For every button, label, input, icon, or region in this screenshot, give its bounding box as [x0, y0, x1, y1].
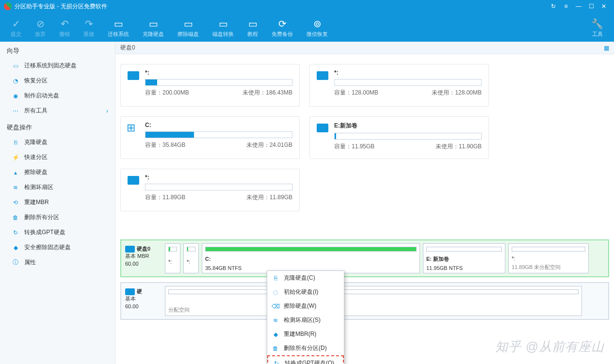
context-label: 擦除硬盘(W) [284, 302, 316, 310]
migrate-button[interactable]: ▭迁移系统 [101, 13, 136, 42]
diskop-item-8[interactable]: ⓘ属性 [0, 255, 115, 270]
disk-icon [125, 246, 135, 253]
partition-card-1[interactable]: *:容量：128.00MB未使用：128.00MB [309, 64, 489, 107]
badsector-icon: ≋ [12, 184, 19, 191]
recover-icon: ◔ [12, 77, 19, 85]
view-toggle-icon[interactable]: ▦ [604, 45, 609, 51]
segment-detail: 11.95GB NTFS [426, 265, 502, 271]
context-menu: ⎘克隆硬盘(C)◌初始化硬盘(I)⌫擦除硬盘(W)≋检测坏扇区(S)◆重建MBR… [267, 270, 344, 364]
discard-button[interactable]: ⊘放弃 [28, 13, 52, 42]
unused-label: 未使用：11.89GB [246, 193, 292, 202]
wizard-item-2[interactable]: ◉制作启动光盘 [0, 88, 115, 103]
segment-bar [168, 289, 579, 294]
chevron-right-icon: › [106, 108, 108, 114]
context-item-6[interactable]: ↻转换成GPT硬盘(O) [267, 355, 344, 364]
partition-card-2[interactable]: C:容量：35.84GB未使用：24.01GB [120, 116, 300, 159]
disk-segment-2[interactable]: C:35.84GB NTFS [202, 243, 420, 273]
context-icon: ≋ [271, 317, 280, 324]
context-icon: 🗑 [271, 345, 280, 352]
wizard-item-1[interactable]: ◔恢复分区 [0, 73, 115, 88]
undo-button[interactable]: ↶撤销 [52, 13, 77, 42]
redo-button[interactable]: ↷重做 [77, 13, 101, 42]
context-item-4[interactable]: ◆重建MBR(R) [267, 327, 344, 341]
drive-icon [128, 176, 139, 185]
context-item-2[interactable]: ⌫擦除硬盘(W) [267, 299, 344, 313]
menu-icon[interactable]: ≡ [560, 0, 572, 13]
context-item-1[interactable]: ◌初始化硬盘(I) [267, 285, 344, 299]
context-item-0[interactable]: ⎘克隆硬盘(C) [267, 271, 344, 285]
unused-label: 未使用：128.00MB [432, 89, 482, 97]
diskop-item-3[interactable]: ≋检测坏扇区 [0, 180, 115, 195]
partition-name: *: [334, 69, 482, 76]
sidebar: 向导 ▭迁移系统到固态硬盘◔恢复分区◉制作启动光盘⋯所有工具› 硬盘操作 ⎘克隆… [0, 42, 115, 364]
segment-bar [426, 247, 502, 252]
capacity-label: 容量：200.00MB [145, 89, 189, 97]
capacity-label: 容量：11.95GB [334, 142, 374, 151]
wechat-button[interactable]: ⊚微信恢复 [300, 13, 335, 42]
disk-segment-0[interactable]: *: [165, 243, 180, 273]
diskop-item-5[interactable]: 🗑删除所有分区 [0, 210, 115, 225]
partition-card-4[interactable]: *:容量：11.89GB未使用：11.89GB [120, 169, 300, 211]
partition-card-0[interactable]: *:容量：200.00MB未使用：186.43MB [120, 64, 300, 107]
sidebar-item-label: 迁移系统到固态硬盘 [24, 62, 77, 70]
context-label: 转换成GPT硬盘(O) [285, 359, 334, 364]
diskop-item-7[interactable]: ◆安全擦除固态硬盘 [0, 240, 115, 255]
context-item-3[interactable]: ≋检测坏扇区(S) [267, 313, 344, 327]
context-icon: ⌫ [271, 303, 280, 310]
wipe-icon: ▴ [12, 169, 19, 176]
disk-row-0[interactable]: 硬盘0基本 MBR60.00*:*:C:35.84GB NTFSE: 新加卷11… [120, 239, 609, 277]
disk-icon [125, 288, 135, 295]
disk-label: 硬基本60.00 [124, 286, 162, 316]
wizard-item-0[interactable]: ▭迁移系统到固态硬盘 [0, 58, 115, 73]
maximize-icon[interactable]: ☐ [585, 0, 598, 13]
disk-segment-4[interactable]: *:11.89GB 未分配空间 [508, 243, 589, 273]
refresh-icon[interactable]: ↻ [547, 0, 560, 13]
disk-header: 硬盘0 ▦ [115, 42, 614, 54]
close-icon[interactable]: ✕ [598, 0, 610, 13]
drive-icon [317, 124, 328, 132]
context-item-5[interactable]: 🗑删除所有分区(D) [267, 341, 344, 355]
commit-button[interactable]: ✓提交 [4, 13, 28, 42]
wipe-button[interactable]: ▭擦除磁盘 [171, 13, 206, 42]
sidebar-item-label: 转换成GPT硬盘 [24, 228, 65, 237]
disk-segment-0[interactable]: 分配空间 [165, 286, 582, 316]
context-label: 检测坏扇区(S) [284, 316, 321, 324]
partition-card-3[interactable]: E:新加卷容量：11.95GB未使用：11.90GB [309, 116, 489, 159]
context-icon: ◌ [271, 289, 280, 296]
sidebar-item-label: 恢复分区 [24, 77, 48, 85]
tutorial-button[interactable]: ▭教程 [241, 13, 265, 42]
segment-name: *: [168, 259, 177, 265]
diskop-item-0[interactable]: ⎘克隆硬盘 [0, 135, 115, 150]
disk-segment-1[interactable]: *: [183, 243, 199, 273]
diskop-item-4[interactable]: ⟲重建MBR [0, 195, 115, 210]
convert-button[interactable]: ▭磁盘转换 [206, 13, 241, 42]
sidebar-item-label: 删除所有分区 [24, 213, 59, 222]
sidebar-item-label: 属性 [24, 258, 36, 267]
clone-button[interactable]: ▭克隆硬盘 [136, 13, 171, 42]
minimize-icon[interactable]: — [572, 0, 585, 13]
bootcd-icon: ◉ [12, 92, 19, 100]
partition-name: C: [145, 122, 292, 128]
sidebar-item-label: 擦除硬盘 [24, 168, 48, 176]
sidebar-item-label: 快速分区 [24, 153, 48, 161]
disk-segment-3[interactable]: E: 新加卷11.95GB NTFS [423, 243, 505, 273]
segment-name: *: [512, 255, 585, 261]
segment-bar [512, 247, 585, 252]
diskop-item-6[interactable]: ↻转换成GPT硬盘 [0, 225, 115, 240]
segment-name: C: [205, 256, 417, 262]
context-label: 初始化硬盘(I) [284, 288, 318, 296]
diskop-item-2[interactable]: ▴擦除硬盘 [0, 165, 115, 180]
all-icon: ⋯ [12, 107, 19, 115]
wizard-item-3[interactable]: ⋯所有工具› [0, 103, 115, 118]
sidebar-item-label: 克隆硬盘 [24, 138, 48, 146]
disk-header-label: 硬盘0 [120, 44, 135, 52]
quick-icon: ⚡ [12, 154, 19, 161]
context-icon: ⎘ [271, 275, 280, 282]
tools-button[interactable]: 🔧工具 [584, 13, 610, 42]
segment-detail: 分配空间 [168, 306, 579, 314]
diskop-item-1[interactable]: ⚡快速分区 [0, 150, 115, 165]
prop-icon: ⓘ [12, 259, 19, 267]
backup-button[interactable]: ⟳免费备份 [265, 13, 300, 42]
disk-row-1[interactable]: 硬基本60.00分配空间 [120, 282, 609, 320]
drive-icon [317, 71, 328, 80]
